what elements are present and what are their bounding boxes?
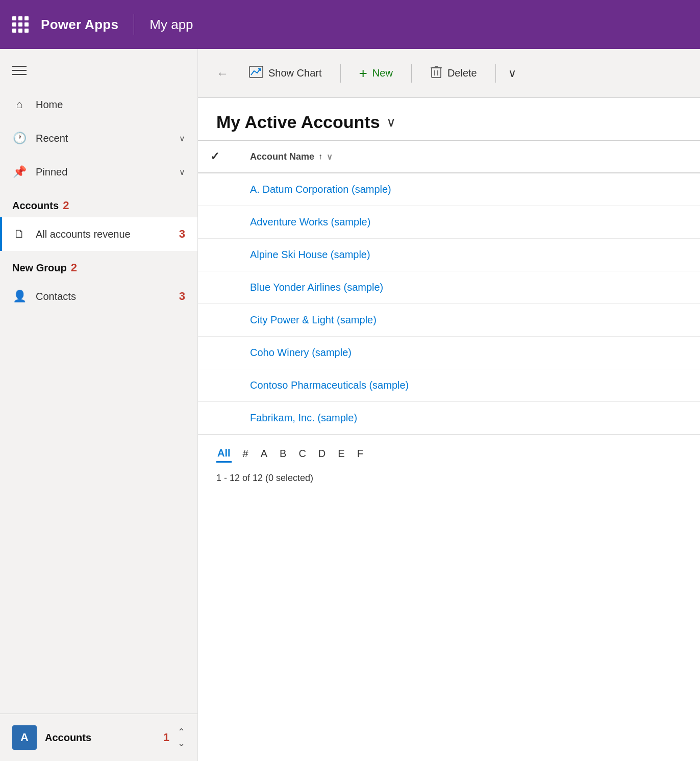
table-row[interactable]: City Power & Light (sample) <box>198 304 700 337</box>
avatar: A <box>12 725 37 750</box>
plus-icon: + <box>359 65 367 82</box>
sidebar-item-home[interactable]: ⌂ Home <box>0 88 197 121</box>
sidebar-item-pinned[interactable]: 📌 Pinned ∨ <box>0 155 197 189</box>
table-row[interactable]: Fabrikam, Inc. (sample) <box>198 402 700 435</box>
row-checkbox[interactable] <box>198 206 232 239</box>
view-header: My Active Accounts ∨ <box>198 98 700 140</box>
sidebar-bottom-label: Accounts <box>45 732 155 744</box>
sidebar-item-label: Pinned <box>36 166 170 178</box>
table-row[interactable]: Coho Winery (sample) <box>198 337 700 369</box>
clock-icon: 🕐 <box>12 132 27 145</box>
account-name-cell[interactable]: Alpine Ski House (sample) <box>232 239 700 271</box>
waffle-menu-icon[interactable] <box>12 16 29 33</box>
table-row[interactable]: Adventure Works (sample) <box>198 206 700 239</box>
account-name-header-label: Account Name <box>250 151 314 162</box>
table-row[interactable]: A. Datum Corporation (sample) <box>198 173 700 206</box>
delete-icon <box>430 65 442 82</box>
toolbar-divider-2 <box>411 64 412 83</box>
new-group-section-label: New Group <box>12 262 67 274</box>
account-name-cell[interactable]: City Power & Light (sample) <box>232 304 700 337</box>
table-row[interactable]: Contoso Pharmaceuticals (sample) <box>198 369 700 402</box>
checkmark-icon: ✓ <box>210 150 219 163</box>
accounts-section-label: Accounts <box>12 200 59 212</box>
sidebar-bottom-badge: 1 <box>163 731 169 744</box>
delete-button[interactable]: Delete <box>420 59 487 88</box>
back-button[interactable]: ← <box>210 62 235 85</box>
account-name-cell[interactable]: Blue Yonder Airlines (sample) <box>232 271 700 304</box>
contacts-badge: 3 <box>179 290 185 303</box>
sidebar-item-label: All accounts revenue <box>36 229 170 240</box>
row-checkbox[interactable] <box>198 337 232 369</box>
alpha-nav-item[interactable]: E <box>337 446 345 463</box>
account-name-cell[interactable]: Contoso Pharmaceuticals (sample) <box>232 369 700 402</box>
accounts-section-badge: 2 <box>63 199 69 212</box>
sidebar-top <box>0 49 197 88</box>
account-name-cell[interactable]: Fabrikam, Inc. (sample) <box>232 402 700 435</box>
header-app-title: My app <box>149 17 193 33</box>
chevron-down-icon: ∨ <box>179 134 185 143</box>
new-group-section-header: New Group 2 <box>0 251 197 280</box>
sidebar-bottom: A Accounts 1 ⌃⌄ <box>0 714 197 761</box>
select-all-checkbox[interactable]: ✓ <box>198 141 232 173</box>
sidebar: ⌂ Home 🕐 Recent ∨ 📌 Pinned ∨ Accounts 2 <box>0 49 198 761</box>
row-checkbox[interactable] <box>198 239 232 271</box>
all-accounts-revenue-badge: 3 <box>179 227 185 241</box>
chevron-up-down-icon: ⌃⌄ <box>178 726 185 749</box>
sort-desc-icon[interactable]: ∨ <box>327 152 333 162</box>
table-header-row: ✓ Account Name ↑ ∨ <box>198 141 700 173</box>
header-divider <box>134 14 134 35</box>
sort-asc-icon[interactable]: ↑ <box>318 152 322 161</box>
alpha-nav-item[interactable]: # <box>242 446 249 463</box>
account-name-column-header: Account Name ↑ ∨ <box>232 141 700 173</box>
accounts-table: ✓ Account Name ↑ ∨ A. Dat <box>198 140 700 435</box>
table-row[interactable]: Alpine Ski House (sample) <box>198 239 700 271</box>
table-body: A. Datum Corporation (sample) Adventure … <box>198 173 700 435</box>
sidebar-bottom-accounts[interactable]: A Accounts 1 ⌃⌄ <box>0 714 197 761</box>
sidebar-item-all-accounts-revenue[interactable]: 🗋 All accounts revenue 3 <box>0 217 197 251</box>
toolbar-divider-3 <box>495 64 496 83</box>
alpha-nav: All#ABCDEF <box>216 445 682 463</box>
toolbar-divider <box>340 64 341 83</box>
alpha-nav-item[interactable]: B <box>279 446 287 463</box>
table-row[interactable]: Blue Yonder Airlines (sample) <box>198 271 700 304</box>
new-button[interactable]: + New <box>349 59 403 88</box>
content-area: ← Show Chart + New <box>198 49 700 761</box>
alpha-nav-item[interactable]: A <box>260 446 268 463</box>
hamburger-menu-button[interactable] <box>10 61 29 80</box>
row-checkbox[interactable] <box>198 369 232 402</box>
sidebar-item-label: Home <box>36 99 185 111</box>
show-chart-label: Show Chart <box>268 67 322 79</box>
account-name-cell[interactable]: Coho Winery (sample) <box>232 337 700 369</box>
account-name-cell[interactable]: Adventure Works (sample) <box>232 206 700 239</box>
alpha-nav-item[interactable]: D <box>317 446 327 463</box>
toolbar: ← Show Chart + New <box>198 49 700 98</box>
view-icon: 🗋 <box>12 227 27 241</box>
row-checkbox[interactable] <box>198 402 232 435</box>
alpha-nav-item[interactable]: All <box>216 445 232 463</box>
show-chart-button[interactable]: Show Chart <box>239 60 332 87</box>
accounts-section-header: Accounts 2 <box>0 189 197 217</box>
sidebar-item-contacts[interactable]: 👤 Contacts 3 <box>0 280 197 313</box>
home-icon: ⌂ <box>12 98 27 111</box>
more-button[interactable]: ∨ <box>504 63 520 84</box>
chart-icon <box>249 66 263 81</box>
powerapps-brand: Power Apps <box>41 17 118 33</box>
content-main: My Active Accounts ∨ ✓ Account Name ↑ <box>198 98 700 761</box>
row-checkbox[interactable] <box>198 173 232 206</box>
top-header: Power Apps My app <box>0 0 700 49</box>
alpha-nav-item[interactable]: C <box>297 446 307 463</box>
sidebar-nav: ⌂ Home 🕐 Recent ∨ 📌 Pinned ∨ Accounts 2 <box>0 88 197 714</box>
delete-label: Delete <box>447 67 477 79</box>
row-checkbox[interactable] <box>198 271 232 304</box>
row-checkbox[interactable] <box>198 304 232 337</box>
chevron-down-icon: ∨ <box>179 167 185 177</box>
sidebar-item-label: Recent <box>36 133 170 144</box>
pagination-area: All#ABCDEF 1 - 12 of 12 (0 selected) <box>198 435 700 498</box>
contacts-icon: 👤 <box>12 290 27 303</box>
page-count: 1 - 12 of 12 (0 selected) <box>216 469 682 488</box>
account-name-cell[interactable]: A. Datum Corporation (sample) <box>232 173 700 206</box>
pin-icon: 📌 <box>12 165 27 179</box>
sidebar-item-recent[interactable]: 🕐 Recent ∨ <box>0 121 197 155</box>
view-title-chevron-icon[interactable]: ∨ <box>386 114 396 130</box>
alpha-nav-item[interactable]: F <box>356 446 364 463</box>
